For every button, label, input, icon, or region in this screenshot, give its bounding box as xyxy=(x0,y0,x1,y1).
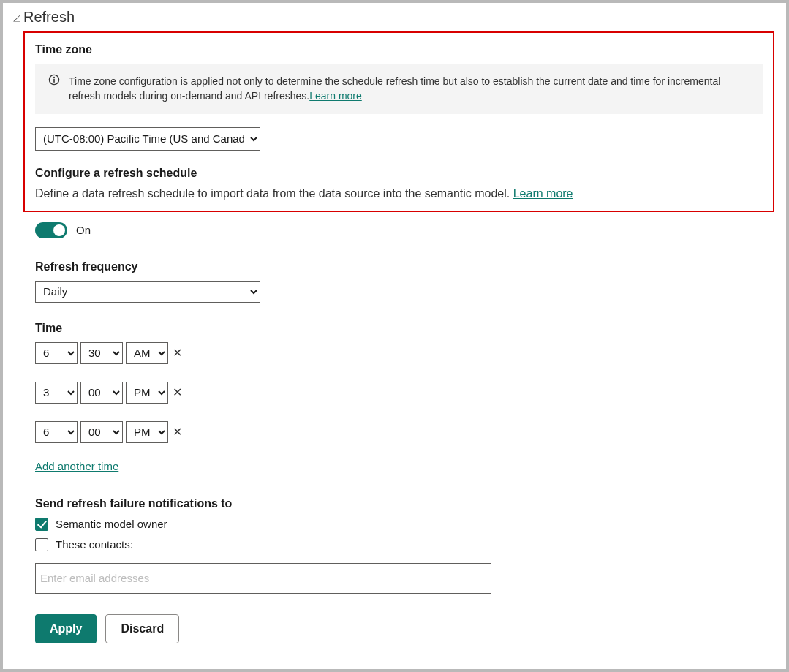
discard-button[interactable]: Discard xyxy=(105,614,179,643)
schedule-learn-more-link[interactable]: Learn more xyxy=(513,187,573,200)
schedule-description: Define a data refresh schedule to import… xyxy=(35,187,763,200)
add-another-time-link[interactable]: Add another time xyxy=(35,460,118,472)
timezone-label: Time zone xyxy=(35,43,763,56)
timezone-select[interactable]: (UTC-08:00) Pacific Time (US and Canada) xyxy=(35,127,260,151)
section-header[interactable]: ◿ Refresh xyxy=(13,9,776,26)
notifications-label: Send refresh failure notifications to xyxy=(35,497,776,510)
time-hour-select[interactable]: 6 xyxy=(35,342,78,364)
time-ampm-select[interactable]: PM xyxy=(126,382,168,404)
contacts-checkbox-label: These contacts: xyxy=(56,538,133,551)
toggle-state-label: On xyxy=(76,224,91,236)
timezone-learn-more-link[interactable]: Learn more xyxy=(309,90,362,102)
toggle-knob xyxy=(53,224,65,236)
time-minute-select[interactable]: 00 xyxy=(80,421,123,443)
frequency-label: Refresh frequency xyxy=(35,260,776,273)
time-ampm-select[interactable]: AM xyxy=(126,342,168,364)
collapse-caret-icon: ◿ xyxy=(13,12,20,23)
time-hour-select[interactable]: 6 xyxy=(35,421,78,443)
time-label: Time xyxy=(35,322,776,335)
time-row-2: 6 00 PM ✕ xyxy=(35,421,776,443)
remove-time-button[interactable]: ✕ xyxy=(171,347,184,359)
highlighted-region: Time zone Time zone configuration is app… xyxy=(23,31,774,212)
schedule-heading: Configure a refresh schedule xyxy=(35,167,763,180)
remove-time-button[interactable]: ✕ xyxy=(171,387,184,399)
settings-body: On Refresh frequency Daily Time 6 30 AM … xyxy=(35,222,776,643)
time-row-1: 3 00 PM ✕ xyxy=(35,382,776,404)
time-hour-select[interactable]: 3 xyxy=(35,382,78,404)
svg-point-1 xyxy=(53,77,55,78)
owner-checkbox-label: Semantic model owner xyxy=(56,518,167,530)
remove-time-button[interactable]: ✕ xyxy=(171,426,184,438)
info-icon xyxy=(48,74,60,86)
time-row-0: 6 30 AM ✕ xyxy=(35,342,776,364)
contacts-checkbox[interactable] xyxy=(35,538,48,551)
time-ampm-select[interactable]: PM xyxy=(126,421,168,443)
refresh-settings-panel: ◿ Refresh Time zone Time zone configurat… xyxy=(0,0,789,672)
schedule-toggle[interactable] xyxy=(35,222,67,238)
time-minute-select[interactable]: 30 xyxy=(80,342,123,364)
timezone-info-banner: Time zone configuration is applied not o… xyxy=(35,64,763,114)
owner-checkbox[interactable] xyxy=(35,518,48,531)
section-title: Refresh xyxy=(23,9,75,26)
svg-rect-2 xyxy=(53,79,55,83)
contacts-email-input[interactable] xyxy=(35,563,491,594)
time-minute-select[interactable]: 00 xyxy=(80,382,123,404)
apply-button[interactable]: Apply xyxy=(35,614,97,643)
frequency-select[interactable]: Daily xyxy=(35,281,260,303)
timezone-info-text: Time zone configuration is applied not o… xyxy=(69,74,750,104)
